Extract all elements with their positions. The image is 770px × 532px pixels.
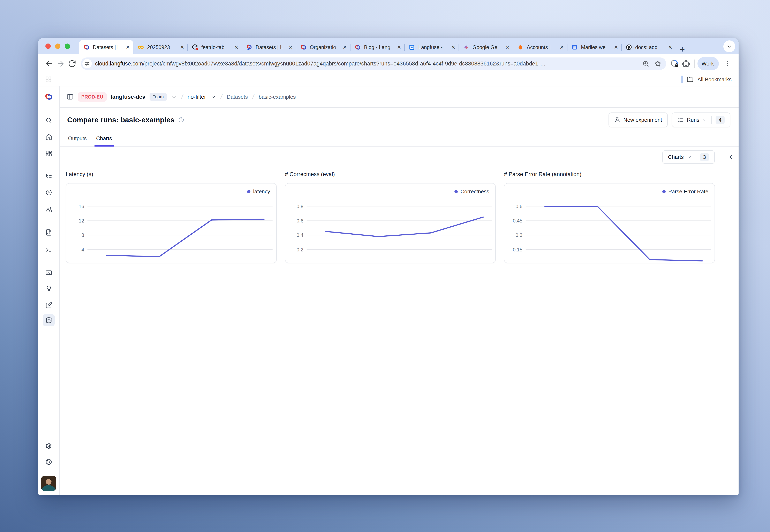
tab-title: Datasets | L <box>93 44 124 50</box>
browser-tab-accounts[interactable]: Accounts | ✕ <box>513 40 567 54</box>
close-icon[interactable]: ✕ <box>234 45 239 50</box>
sidebar-item-support[interactable] <box>43 456 55 468</box>
charts-dropdown-button[interactable]: Charts 3 <box>662 150 715 164</box>
extension-lock-icon[interactable] <box>669 58 680 69</box>
reload-button[interactable] <box>66 58 78 69</box>
zoom-page-icon[interactable] <box>642 60 650 67</box>
new-experiment-button[interactable]: New experiment <box>609 112 668 127</box>
close-icon[interactable]: ✕ <box>668 45 672 50</box>
chart-legend: latency <box>247 188 270 195</box>
tab-strip: Datasets | L ✕ 20250923 ✕ feat(io-tab ✕ … <box>38 38 739 54</box>
legend-label: Correctness <box>460 188 489 195</box>
charts-dropdown-label: Charts <box>668 154 684 160</box>
new-tab-button[interactable]: + <box>680 45 685 54</box>
eval-card-icon <box>45 269 52 276</box>
langfuse-logo[interactable] <box>44 93 53 102</box>
project-name[interactable]: no-filter <box>187 94 206 100</box>
users-icon <box>45 206 52 212</box>
chevron-down-icon <box>702 117 707 122</box>
chevron-down-icon <box>687 155 692 159</box>
sidebar-item-prompts[interactable] <box>43 226 55 238</box>
tab-charts[interactable]: Charts <box>96 135 112 146</box>
right-panel-strip <box>723 147 739 495</box>
svg-text:0.15: 0.15 <box>513 247 522 252</box>
browser-tab-marlies[interactable]: Marlies we ✕ <box>567 40 622 54</box>
sidebar-item-datasets[interactable] <box>43 314 55 326</box>
list-icon <box>678 117 684 123</box>
close-icon[interactable]: ✕ <box>614 45 618 50</box>
life-buoy-icon <box>45 459 52 465</box>
close-icon[interactable]: ✕ <box>343 45 347 50</box>
address-bar[interactable]: cloud.langfuse.com/project/cmfwgv8fx002o… <box>81 57 666 70</box>
close-icon[interactable]: ✕ <box>180 45 184 50</box>
all-bookmarks[interactable]: All Bookmarks <box>681 76 732 83</box>
home-icon <box>45 134 52 140</box>
browser-tab-colab[interactable]: 20250923 ✕ <box>133 40 187 54</box>
forward-button[interactable] <box>55 58 66 69</box>
browser-tab-organization[interactable]: Organizatio ✕ <box>296 40 350 54</box>
legend-dot <box>454 190 458 193</box>
sidebar-item-home[interactable] <box>43 131 55 143</box>
url-text[interactable]: cloud.langfuse.com/project/cmfwgv8fx002o… <box>95 61 638 67</box>
sidebar-item-search[interactable] <box>43 114 55 126</box>
browser-tab-datasets-2[interactable]: Datasets | L ✕ <box>242 40 296 54</box>
chart-legend: Correctness <box>454 188 489 195</box>
info-icon[interactable] <box>178 117 184 123</box>
close-icon[interactable]: ✕ <box>559 45 564 50</box>
tab-outputs[interactable]: Outputs <box>68 135 87 146</box>
tab-title: Organizatio <box>310 44 341 50</box>
legend-dot <box>662 190 666 193</box>
chart-card: Correctness 0.80.60.40.2 <box>285 183 496 263</box>
sidebar-item-dashboards[interactable] <box>43 148 55 159</box>
close-icon[interactable]: ✕ <box>505 45 510 50</box>
svg-text:0.3: 0.3 <box>516 232 522 238</box>
runs-label: Runs <box>687 117 699 123</box>
minimize-window-button[interactable] <box>55 44 60 49</box>
sidebar-item-insights[interactable] <box>43 282 55 294</box>
arrow-right-icon <box>56 59 65 68</box>
tab-title: Accounts | <box>527 44 557 50</box>
environment-badge[interactable]: PROD-EU <box>78 92 107 102</box>
button-divider <box>696 153 696 161</box>
browser-menu-button[interactable] <box>722 58 733 69</box>
tab-search-button[interactable] <box>723 40 735 52</box>
sidebar-item-users[interactable] <box>43 203 55 215</box>
site-settings-icon[interactable] <box>82 59 92 68</box>
breadcrumb-separator: / <box>220 93 223 101</box>
maximize-window-button[interactable] <box>65 44 70 49</box>
breadcrumb-datasets-link[interactable]: Datasets <box>227 94 248 100</box>
sidebar-item-tracing[interactable] <box>43 170 55 181</box>
collapse-panel-icon[interactable] <box>728 154 734 160</box>
browser-window: Datasets | L ✕ 20250923 ✕ feat(io-tab ✕ … <box>38 38 739 495</box>
browser-tab-blog[interactable]: Blog - Lang ✕ <box>350 40 405 54</box>
chevron-down-icon[interactable] <box>211 94 216 100</box>
browser-tab-github-pr[interactable]: feat(io-tab ✕ <box>187 40 242 54</box>
sidebar-item-playground[interactable] <box>43 244 55 256</box>
breadcrumb-current-dataset[interactable]: basic-examples <box>259 94 296 100</box>
sidebar-item-sessions[interactable] <box>43 186 55 198</box>
sidebar-item-settings[interactable] <box>43 440 55 452</box>
profile-chip[interactable]: Work <box>698 57 719 70</box>
tab-title: Datasets | L <box>256 44 286 50</box>
breadcrumb-separator: / <box>180 93 183 101</box>
back-button[interactable] <box>43 58 55 69</box>
extensions-puzzle-icon[interactable] <box>680 58 691 69</box>
close-icon[interactable]: ✕ <box>126 45 130 50</box>
panel-toggle-icon[interactable] <box>66 93 74 101</box>
apps-grid-icon[interactable] <box>45 76 52 83</box>
runs-dropdown-button[interactable]: Runs 4 <box>672 112 730 127</box>
user-avatar[interactable] <box>41 476 56 491</box>
chevron-down-icon[interactable] <box>171 94 177 100</box>
close-icon[interactable]: ✕ <box>451 45 455 50</box>
browser-tab-datasets-active[interactable]: Datasets | L ✕ <box>79 40 133 54</box>
organization-name[interactable]: langfuse-dev <box>111 94 145 100</box>
browser-tab-calendar[interactable]: 6 Langfuse - ✕ <box>405 40 459 54</box>
close-icon[interactable]: ✕ <box>289 45 293 50</box>
close-icon[interactable]: ✕ <box>397 45 401 50</box>
browser-tab-github-docs[interactable]: docs: add ✕ <box>622 40 676 54</box>
bookmark-star-icon[interactable] <box>654 60 662 68</box>
browser-tab-gemini[interactable]: Google Ge ✕ <box>459 40 513 54</box>
close-window-button[interactable] <box>45 44 51 49</box>
sidebar-item-evaluators[interactable] <box>43 267 55 279</box>
sidebar-item-annotation[interactable] <box>43 299 55 311</box>
